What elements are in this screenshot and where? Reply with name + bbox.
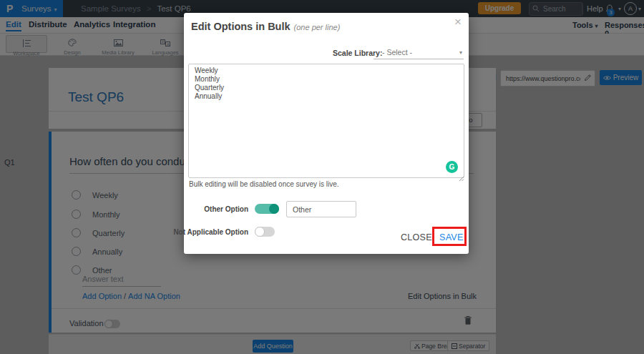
- bulk-options-textarea[interactable]: Weekly Monthly Quarterly Annually: [188, 64, 464, 178]
- not-applicable-toggle[interactable]: [255, 227, 275, 237]
- not-applicable-option-label: Not Applicable Option: [173, 228, 248, 236]
- bulk-edit-note: Bulk editing will be disabled once surve…: [189, 180, 339, 188]
- close-button[interactable]: CLOSE: [401, 232, 432, 242]
- edit-options-in-bulk-dialog: Edit Options in Bulk(one per line) × Sca…: [184, 13, 469, 254]
- other-option-toggle[interactable]: [255, 204, 279, 214]
- dialog-subtitle: (one per line): [294, 23, 341, 31]
- toggle-knob: [255, 227, 265, 237]
- dialog-title: Edit Options in Bulk(one per line): [191, 21, 340, 32]
- chevron-down-icon: ▾: [459, 49, 462, 56]
- scale-library-select[interactable]: - Select -▾: [374, 46, 464, 59]
- toggle-knob: [269, 204, 279, 214]
- save-highlight-annotation: [432, 227, 467, 246]
- close-icon[interactable]: ×: [454, 16, 462, 28]
- scale-library-value: - Select -: [382, 48, 412, 56]
- grammarly-icon[interactable]: G: [446, 161, 458, 173]
- resize-handle[interactable]: [459, 172, 464, 185]
- other-option-input[interactable]: [286, 201, 356, 217]
- dialog-title-text: Edit Options in Bulk: [191, 21, 291, 32]
- other-option-label: Other Option: [204, 205, 248, 213]
